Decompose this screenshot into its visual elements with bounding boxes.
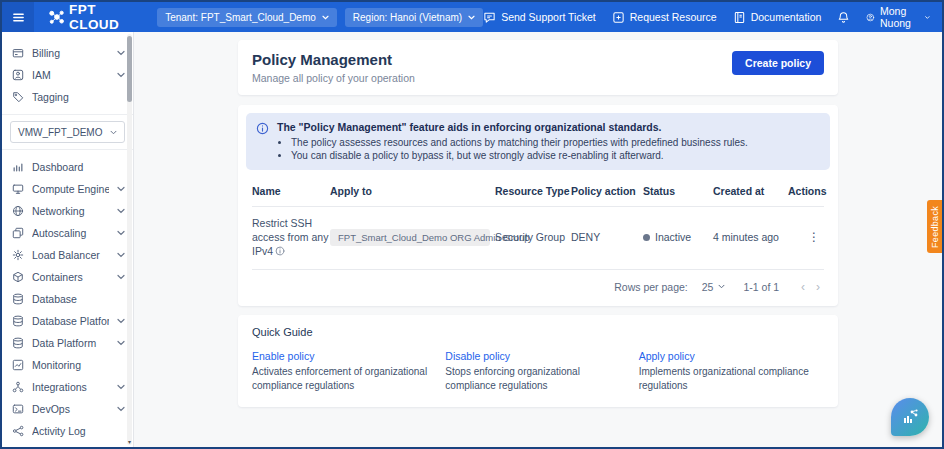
sidebar-scrollbar[interactable]: ▾: [127, 34, 132, 445]
sidebar-item-autoscaling[interactable]: Autoscaling: [2, 222, 133, 244]
guide-item-enable: Enable policy Activates enforcement of o…: [252, 350, 437, 393]
sidebar-item-networking[interactable]: Networking: [2, 200, 133, 222]
user-avatar-icon: [866, 11, 875, 24]
created-at-cell: 4 minutes ago: [713, 231, 788, 243]
sidebar-item-devops[interactable]: DevOps: [2, 398, 133, 420]
request-resource-label: Request Resource: [630, 11, 717, 23]
user-menu[interactable]: Mong Nuong: [866, 5, 930, 29]
table-header-row: Name Apply to Resource Type Policy actio…: [252, 176, 824, 207]
sidebar-item-database-platform[interactable]: Database Platform: [2, 310, 133, 332]
status-dot: [643, 234, 650, 241]
region-selector[interactable]: Region: Hanoi (Vietnam): [345, 8, 483, 27]
chevron-down-icon: [117, 405, 125, 413]
fpt-cloud-logo[interactable]: FPT CLOUD: [48, 2, 145, 32]
header-resource-type: Resource Type: [495, 185, 571, 197]
apply-to-chip: FPT_Smart_Cloud_Demo ORG Admin Group: [330, 229, 490, 246]
table-row[interactable]: Restrict SSH access from any IPv4 FPT_Sm…: [252, 207, 824, 270]
hamburger-icon: [12, 11, 25, 24]
chevron-down-icon: [110, 130, 117, 135]
tag-icon: [12, 91, 24, 103]
next-page-button[interactable]: ›: [812, 280, 824, 294]
chevron-down-icon: [117, 49, 125, 57]
iam-icon: [12, 69, 24, 81]
assistant-molecule-icon: [900, 407, 920, 427]
sidebar-item-monitoring[interactable]: Monitoring: [2, 354, 133, 376]
info-icon[interactable]: [275, 246, 285, 256]
navbar-right: Send Support Ticket Request Resource Doc…: [483, 5, 930, 29]
header-status: Status: [643, 185, 713, 197]
info-banner: The "Policy Management" feature aids in …: [246, 113, 830, 170]
chevron-down-icon: [117, 251, 125, 259]
policy-name: Restrict SSH access from any IPv4: [252, 217, 328, 257]
scrollbar-down-arrow[interactable]: ▾: [127, 439, 132, 445]
chevron-down-icon: [117, 207, 125, 215]
user-name: Mong Nuong: [880, 5, 920, 29]
header-policy-action: Policy action: [571, 185, 643, 197]
sidebar-divider: [2, 149, 133, 150]
chevron-down-icon: [718, 284, 725, 289]
sidebar-item-integrations[interactable]: Integrations: [2, 376, 133, 398]
status-cell: Inactive: [643, 231, 713, 243]
rows-per-page-select[interactable]: 25: [702, 281, 726, 293]
sidebar-item-database[interactable]: Database: [2, 288, 133, 310]
project-selector[interactable]: VMW_FPT_DEMO: [10, 121, 125, 143]
sidebar-item-load-balancer[interactable]: Load Balancer: [2, 244, 133, 266]
page-title: Policy Management: [252, 51, 415, 68]
chevron-down-icon: [117, 185, 125, 193]
activity-log-icon: [12, 425, 24, 437]
integrations-icon: [12, 381, 24, 393]
sidebar-item-tagging[interactable]: Tagging: [2, 86, 133, 108]
scrollbar-thumb[interactable]: [127, 36, 132, 102]
database-icon: [12, 293, 24, 305]
region-label: Region: Hanoi (Vietnam): [353, 12, 462, 23]
autoscaling-icon: [12, 227, 24, 239]
page-subtitle: Manage all policy of your operation: [252, 72, 415, 84]
resource-type-cell: Security Group: [495, 231, 571, 243]
disable-policy-link[interactable]: Disable policy: [445, 350, 630, 362]
header-apply-to: Apply to: [330, 185, 495, 197]
sidebar-item-compute-engine[interactable]: Compute Engine: [2, 178, 133, 200]
banner-bullet: You can disable a policy to bypass it, b…: [291, 150, 748, 161]
brand-text: FPT CLOUD: [69, 2, 145, 32]
request-resource-icon: [612, 11, 625, 24]
status-badge: Inactive: [655, 231, 691, 243]
chevron-down-icon: [468, 15, 475, 20]
chevron-down-icon: [925, 15, 930, 20]
quick-guide-title: Quick Guide: [252, 326, 824, 338]
compute-engine-icon: [12, 183, 24, 195]
sidebar-item-dashboard[interactable]: Dashboard: [2, 156, 133, 178]
info-icon: [256, 122, 269, 135]
request-resource-link[interactable]: Request Resource: [612, 11, 717, 24]
hamburger-menu-button[interactable]: [2, 2, 34, 32]
feedback-tab[interactable]: Feedback: [927, 200, 942, 253]
bell-icon: [837, 11, 850, 24]
guide-item-disable: Disable policy Stops enforcing organizat…: [445, 350, 630, 393]
send-support-ticket-link[interactable]: Send Support Ticket: [483, 11, 596, 24]
rows-per-page-label: Rows per page:: [614, 281, 688, 293]
apply-policy-link[interactable]: Apply policy: [639, 350, 824, 362]
tenant-selector[interactable]: Tenant: FPT_Smart_Cloud_Demo: [157, 8, 337, 27]
apply-policy-desc: Implements organizational compliance reg…: [639, 365, 824, 393]
banner-bullet-list: The policy assesses resources and action…: [291, 137, 748, 161]
sidebar-item-iam[interactable]: IAM: [2, 64, 133, 86]
previous-page-button[interactable]: ‹: [797, 280, 809, 294]
main-content: Policy Management Manage all policy of y…: [134, 32, 942, 447]
chevron-down-icon: [117, 317, 125, 325]
enable-policy-link[interactable]: Enable policy: [252, 350, 437, 362]
assistant-chat-button[interactable]: [891, 398, 929, 436]
chevron-down-icon: [117, 339, 125, 347]
notifications-button[interactable]: [837, 11, 850, 24]
chevron-down-icon: [117, 229, 125, 237]
sidebar-item-activity-log[interactable]: Activity Log: [2, 420, 133, 442]
documentation-link[interactable]: Documentation: [733, 11, 822, 24]
sidebar-item-data-platform[interactable]: Data Platform: [2, 332, 133, 354]
load-balancer-icon: [12, 249, 24, 261]
app-window: FPT CLOUD Tenant: FPT_Smart_Cloud_Demo R…: [0, 0, 944, 449]
sidebar-item-containers[interactable]: Containers: [2, 266, 133, 288]
row-actions-kebab-icon[interactable]: ⋮: [804, 228, 824, 246]
sidebar-item-billing[interactable]: Billing: [2, 42, 133, 64]
chevron-down-icon: [117, 273, 125, 281]
create-policy-button[interactable]: Create policy: [732, 51, 824, 75]
chevron-down-icon: [322, 15, 329, 20]
project-selector-value: VMW_FPT_DEMO: [18, 127, 102, 138]
